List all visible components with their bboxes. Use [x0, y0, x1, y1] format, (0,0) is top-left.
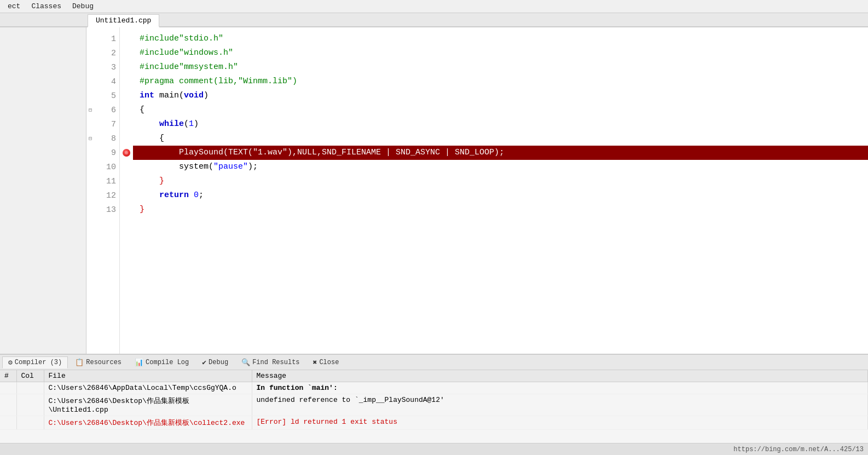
cell-col: [16, 382, 44, 394]
cell-message: undefined reference to `_imp__PlaySoundA…: [252, 394, 868, 416]
cell-num: [0, 382, 16, 394]
code-line-11: }: [133, 174, 868, 188]
menu-item-debug[interactable]: Debug: [67, 1, 99, 11]
code-line-12: return 0;: [133, 188, 868, 203]
line-num-1: 1: [86, 32, 119, 46]
tab-close[interactable]: ✖ Close: [307, 356, 345, 368]
cell-col: [16, 394, 44, 416]
code-lines: #include"stdio.h" #include"windows.h" #i…: [133, 27, 868, 354]
tab-find-results[interactable]: 🔍 Find Results: [235, 356, 305, 368]
col-header-file: File: [44, 370, 252, 382]
line-num-13: 13: [86, 203, 119, 217]
fold-icon-8[interactable]: ⊟: [89, 135, 92, 142]
line-num-2: 2: [86, 46, 119, 60]
line-num-12: 12: [86, 188, 119, 203]
line-num-6: ⊟ 6: [86, 103, 119, 117]
cell-num: [0, 394, 16, 416]
table-row[interactable]: C:\Users\26846\AppData\Local\Temp\ccsGgY…: [0, 382, 868, 394]
code-line-2: #include"windows.h": [133, 46, 868, 60]
tab-bar: Untitled1.cpp: [0, 13, 868, 27]
line-num-8: ⊟ 8: [86, 131, 119, 146]
table-row[interactable]: C:\Users\26846\Desktop\作品集新模板\collect2.e…: [0, 416, 868, 430]
code-line-1: #include"stdio.h": [133, 32, 868, 46]
find-results-icon: 🔍: [241, 358, 250, 367]
breakpoint-line9[interactable]: [123, 149, 130, 157]
status-bar: https://bing.com/m.net/A...425/13: [0, 443, 868, 455]
tab-resources[interactable]: 📋 Resources: [69, 356, 128, 368]
line-num-11: 11: [86, 174, 119, 188]
cell-col: [16, 416, 44, 430]
tab-compiler[interactable]: ⚙ Compiler (3): [2, 356, 68, 368]
editor-area[interactable]: 1 2 3 4 5 ⊟ 6 7: [86, 27, 868, 354]
cell-file: C:\Users\26846\Desktop\作品集新模板\Untitled1.…: [44, 394, 252, 416]
code-line-10: system("pause");: [133, 160, 868, 174]
bottom-panel: ⚙ Compiler (3) 📋 Resources 📊 Compile Log…: [0, 354, 868, 455]
cell-message: [Error] ld returned 1 exit status: [252, 416, 868, 430]
main-content: 1 2 3 4 5 ⊟ 6 7: [0, 27, 868, 354]
tab-untitled1[interactable]: Untitled1.cpp: [88, 14, 159, 27]
code-line-5: int main(void): [133, 89, 868, 103]
col-header-col: Col: [16, 370, 44, 382]
compile-log-icon: 📊: [135, 358, 143, 367]
code-line-4: #pragma comment(lib,"Winmm.lib"): [133, 74, 868, 89]
col-header-message: Message: [252, 370, 868, 382]
tab-resources-label: Resources: [86, 359, 121, 366]
line-num-3: 3: [86, 60, 119, 74]
menu-item-classes[interactable]: Classes: [26, 1, 67, 11]
menu-bar: ect Classes Debug: [0, 0, 868, 13]
menu-item-ect[interactable]: ect: [2, 1, 26, 11]
tab-find-results-label: Find Results: [252, 359, 299, 366]
error-table: # Col File Message C:\Users\26846\AppDat…: [0, 370, 868, 443]
resources-icon: 📋: [75, 358, 84, 367]
tab-close-label: Close: [319, 359, 339, 366]
bottom-tabs: ⚙ Compiler (3) 📋 Resources 📊 Compile Log…: [0, 355, 868, 370]
col-header-num: #: [0, 370, 16, 382]
code-line-3: #include"mmsystem.h": [133, 60, 868, 74]
code-line-9: PlaySound(TEXT("1.wav"),NULL,SND_FILENAM…: [133, 146, 868, 160]
code-line-8: {: [133, 131, 868, 146]
cell-num: [0, 416, 16, 430]
code-container: 1 2 3 4 5 ⊟ 6 7: [86, 27, 868, 354]
status-text: https://bing.com/m.net/A...425/13: [733, 446, 864, 453]
line-num-10: 10: [86, 160, 119, 174]
line-num-9: 9: [86, 146, 119, 160]
code-line-7: while(1): [133, 117, 868, 131]
fold-icon-6[interactable]: ⊟: [89, 107, 92, 113]
line-num-4: 4: [86, 74, 119, 89]
tab-compile-log[interactable]: 📊 Compile Log: [129, 356, 195, 368]
cell-file: C:\Users\26846\AppData\Local\Temp\ccsGgY…: [44, 382, 252, 394]
line-num-5: 5: [86, 89, 119, 103]
cell-message: In function `main':: [252, 382, 868, 394]
tab-debug[interactable]: ✔ Debug: [196, 356, 234, 368]
code-line-6: {: [133, 103, 868, 117]
tab-debug-label: Debug: [209, 359, 228, 366]
compiler-icon: ⚙: [8, 358, 13, 367]
tab-compile-log-label: Compile Log: [146, 359, 189, 366]
line-num-7: 7: [86, 117, 119, 131]
debug-icon: ✔: [202, 358, 206, 367]
cell-file: C:\Users\26846\Desktop\作品集新模板\collect2.e…: [44, 416, 252, 430]
code-line-13: }: [133, 203, 868, 217]
sidebar: [0, 27, 86, 354]
tab-compiler-label: Compiler (3): [15, 359, 62, 366]
close-icon: ✖: [313, 358, 317, 367]
table-row[interactable]: C:\Users\26846\Desktop\作品集新模板\Untitled1.…: [0, 394, 868, 416]
